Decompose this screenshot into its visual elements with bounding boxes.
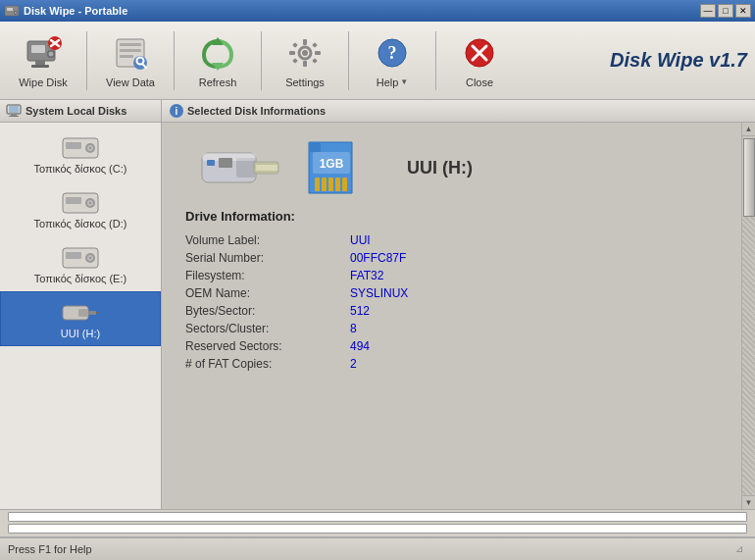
info-row-1: Serial Number: 00FFC87F (185, 249, 718, 267)
info-value-6: 494 (350, 339, 370, 353)
scrollbar-track (742, 217, 755, 495)
info-icon: i (170, 104, 183, 118)
svg-rect-31 (312, 42, 318, 48)
info-row-6: Reserved Sectors: 494 (185, 337, 718, 355)
disk-preview: 1GB UUI (H:) (177, 138, 726, 197)
scroll-up-icon: ▲ (745, 125, 753, 133)
svg-point-7 (49, 51, 54, 56)
svg-rect-63 (256, 165, 277, 171)
svg-rect-9 (31, 65, 49, 68)
sidebar: System Local Disks Τοπικός δίσκος (C:) (0, 100, 162, 509)
sidebar-header: System Local Disks (0, 100, 161, 123)
info-value-1: 00FFC87F (350, 251, 406, 265)
info-label-6: Reserved Sectors: (185, 339, 342, 353)
settings-icon (285, 33, 325, 73)
title-bar-buttons: — □ ✕ (700, 4, 751, 18)
close-icon (460, 33, 499, 73)
close-window-button[interactable]: ✕ (735, 4, 751, 18)
info-row-3: OEM Name: SYSLINUX (185, 284, 718, 302)
svg-rect-16 (120, 55, 133, 58)
scroll-up-button[interactable]: ▲ (742, 123, 755, 136)
scroll-down-button[interactable]: ▼ (742, 495, 755, 509)
svg-rect-52 (66, 252, 81, 259)
help-button[interactable]: ? Help ▼ (357, 27, 428, 94)
disk-name-label: UUI (H:) (407, 158, 473, 178)
svg-rect-1 (7, 8, 13, 11)
maximize-button[interactable]: □ (718, 4, 733, 18)
sidebar-item-h[interactable]: UUI (H:) (0, 291, 161, 346)
sidebar-item-c[interactable]: Τοπικός δίσκος (C:) (0, 127, 161, 181)
svg-rect-26 (289, 51, 295, 55)
help-dropdown-icon[interactable]: ▼ (400, 77, 408, 86)
refresh-button[interactable]: Refresh (182, 27, 253, 94)
svg-rect-40 (9, 116, 19, 117)
content-header-label: Selected Disk Informations (187, 105, 326, 117)
svg-rect-8 (35, 61, 45, 65)
svg-rect-14 (120, 43, 141, 46)
hdd-icon-d (61, 188, 100, 218)
info-value-7: 2 (350, 357, 357, 371)
resize-grip[interactable]: ⊿ (735, 543, 747, 555)
svg-rect-69 (328, 178, 333, 191)
progress-bar-top (8, 512, 747, 522)
content-scrollbar[interactable]: ▲ ▼ (741, 123, 755, 509)
help-icon: ? (373, 33, 412, 73)
sidebar-label-e: Τοπικός δίσκος (E:) (34, 273, 126, 284)
sidebar-item-d[interactable]: Τοπικός δίσκος (D:) (0, 181, 161, 236)
info-row-0: Volume Label: UUI (185, 231, 718, 249)
main-area: System Local Disks Τοπικός δίσκος (C:) (0, 100, 755, 509)
separator-4 (348, 31, 349, 90)
progress-area (0, 509, 755, 536)
window-title: Disk Wipe - Portable (24, 5, 127, 17)
info-label-1: Serial Number: (185, 251, 342, 265)
settings-button[interactable]: Settings (270, 27, 340, 94)
svg-rect-25 (303, 61, 307, 67)
title-bar: Disk Wipe - Portable — □ ✕ (0, 0, 755, 22)
close-button[interactable]: Close (444, 27, 515, 94)
svg-rect-38 (9, 106, 19, 113)
separator-3 (261, 31, 262, 90)
minimize-button[interactable]: — (700, 4, 716, 18)
info-value-4: 512 (350, 304, 370, 318)
info-label-7: # of FAT Copies: (185, 357, 342, 371)
app-icon (4, 3, 20, 19)
drive-info-section: Drive Information: Volume Label: UUI Ser… (177, 209, 726, 373)
wipe-disk-button[interactable]: Wipe Disk (8, 27, 78, 94)
content-panel: i Selected Disk Informations (162, 100, 755, 509)
drive-info-title: Drive Information: (185, 209, 718, 224)
svg-rect-57 (78, 309, 88, 317)
view-data-button[interactable]: View Data (95, 27, 166, 94)
svg-text:?: ? (388, 43, 397, 63)
svg-rect-39 (11, 114, 17, 116)
scroll-down-icon: ▼ (745, 498, 753, 507)
hdd-icon-e (61, 243, 100, 273)
svg-rect-66 (219, 158, 232, 168)
svg-rect-5 (31, 45, 45, 53)
app-title: Disk Wipe v1.7 (610, 49, 747, 72)
svg-rect-67 (315, 178, 320, 191)
refresh-icon (198, 33, 237, 73)
svg-point-50 (89, 202, 91, 204)
content-scroll-area: 1GB UUI (H:) Drive Information: Volume L… (162, 123, 741, 509)
status-bar-text: Press F1 for Help (8, 543, 735, 555)
hdd-icon-c (61, 133, 100, 163)
sidebar-label-d: Τοπικός δίσκος (D:) (34, 218, 127, 229)
svg-rect-24 (303, 39, 307, 45)
svg-rect-29 (312, 58, 318, 64)
info-value-5: 8 (350, 322, 357, 335)
disk-images: 1GB (197, 138, 368, 197)
info-row-5: Sectors/Cluster: 8 (185, 320, 718, 337)
wipe-disk-icon (24, 33, 63, 73)
svg-rect-65 (207, 160, 215, 166)
view-data-label: View Data (106, 76, 155, 88)
separator-2 (174, 31, 175, 90)
sidebar-item-e[interactable]: Τοπικός δίσκος (E:) (0, 236, 161, 291)
svg-rect-59 (96, 312, 99, 314)
sd-card-image: 1GB (301, 138, 368, 197)
scrollbar-thumb[interactable] (743, 138, 755, 217)
svg-rect-58 (88, 311, 96, 315)
svg-text:1GB: 1GB (320, 157, 344, 171)
svg-rect-15 (120, 49, 141, 52)
info-value-3: SYSLINUX (350, 286, 408, 300)
title-bar-left: Disk Wipe - Portable (4, 3, 127, 19)
